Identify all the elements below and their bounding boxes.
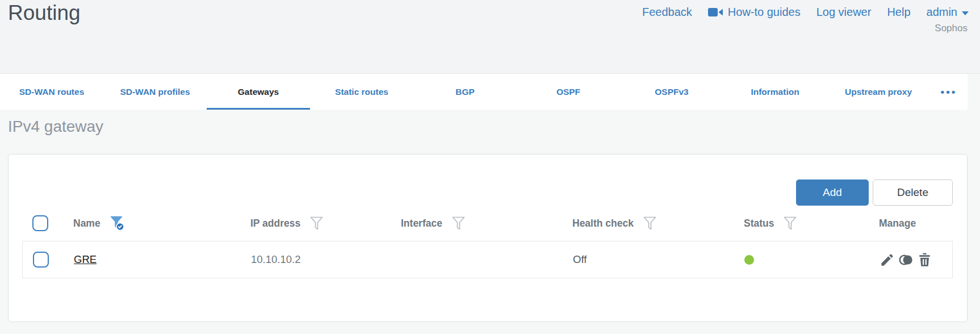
- utility-nav: Feedback How-to guides Log viewer Help a…: [642, 6, 969, 19]
- column-header-manage: Manage: [870, 218, 953, 229]
- brand-name: Sophos: [935, 23, 968, 34]
- tab-bgp[interactable]: BGP: [413, 74, 517, 110]
- tab-sd-wan-profiles[interactable]: SD-WAN profiles: [103, 74, 207, 110]
- health-check-value: Off: [573, 253, 587, 266]
- add-button[interactable]: Add: [796, 179, 869, 206]
- howto-guides-label: How-to guides: [728, 6, 801, 19]
- filter-active-icon[interactable]: [110, 215, 125, 231]
- column-label-manage: Manage: [879, 218, 916, 229]
- delete-button[interactable]: Delete: [873, 179, 953, 206]
- tab-bar: SD-WAN routes SD-WAN profiles Gateways S…: [0, 74, 968, 110]
- header: Routing Feedback How-to guides Log viewe…: [0, 0, 980, 74]
- edit-icon[interactable]: [880, 252, 895, 268]
- user-menu-label: admin: [927, 6, 957, 19]
- filter-icon[interactable]: [451, 216, 466, 231]
- column-header-ip-address: IP address: [240, 216, 392, 231]
- table-row: GRE 10.10.10.2 Off: [22, 241, 953, 278]
- page-title: Routing: [8, 1, 81, 25]
- row-name-cell: GRE: [64, 253, 241, 266]
- user-menu[interactable]: admin: [927, 6, 969, 19]
- tab-ospfv3[interactable]: OSPFv3: [620, 74, 723, 110]
- tab-upstream-proxy[interactable]: Upstream proxy: [827, 74, 930, 110]
- more-tabs-button[interactable]: •••: [930, 74, 968, 110]
- column-label-interface: Interface: [401, 218, 442, 229]
- select-all-cell: [22, 215, 63, 231]
- log-viewer-link[interactable]: Log viewer: [816, 6, 872, 19]
- section-title: IPv4 gateway: [8, 116, 980, 137]
- row-status-cell: [735, 255, 870, 265]
- gateway-name-link[interactable]: GRE: [74, 253, 97, 266]
- column-header-interface: Interface: [392, 216, 563, 231]
- status-up-indicator: [744, 255, 754, 265]
- row-ip-cell: 10.10.10.2: [241, 253, 392, 266]
- ip-address-value: 10.10.10.2: [251, 253, 300, 266]
- row-select-cell: [23, 252, 64, 268]
- column-header-name: Name: [63, 215, 240, 231]
- filter-icon[interactable]: [783, 216, 797, 231]
- help-label: Help: [887, 6, 910, 19]
- column-label-name: Name: [73, 218, 100, 229]
- row-manage-cell: [870, 252, 952, 268]
- table-toolbar: Add Delete: [9, 155, 967, 206]
- row-health-check-cell: Off: [564, 253, 735, 266]
- tab-sd-wan-routes[interactable]: SD-WAN routes: [0, 74, 103, 110]
- filter-icon[interactable]: [643, 216, 657, 231]
- status-toggle-icon[interactable]: [898, 252, 914, 268]
- column-label-status: Status: [744, 218, 774, 229]
- video-camera-icon: [708, 7, 723, 17]
- main-content: IPv4 gateway Add Delete Name: [0, 116, 980, 322]
- filter-icon[interactable]: [309, 216, 324, 231]
- log-viewer-label: Log viewer: [816, 6, 872, 19]
- feedback-link[interactable]: Feedback: [642, 6, 692, 19]
- delete-icon[interactable]: [917, 252, 932, 268]
- column-header-status: Status: [735, 216, 870, 231]
- column-label-health-check: Health check: [572, 218, 634, 229]
- help-link[interactable]: Help: [887, 6, 910, 19]
- select-all-checkbox[interactable]: [32, 215, 48, 231]
- column-header-health-check: Health check: [563, 216, 735, 231]
- tab-gateways[interactable]: Gateways: [207, 74, 310, 110]
- column-label-ip-address: IP address: [250, 218, 300, 229]
- feedback-label: Feedback: [642, 6, 692, 19]
- chevron-down-icon: [962, 11, 969, 15]
- gateway-card: Add Delete Name IP address: [8, 154, 968, 322]
- howto-guides-link[interactable]: How-to guides: [708, 6, 801, 19]
- table-header: Name IP address Interface: [22, 206, 953, 241]
- tab-information[interactable]: Information: [723, 74, 827, 110]
- tab-static-routes[interactable]: Static routes: [310, 74, 413, 110]
- row-checkbox[interactable]: [33, 252, 49, 268]
- tab-ospf[interactable]: OSPF: [517, 74, 620, 110]
